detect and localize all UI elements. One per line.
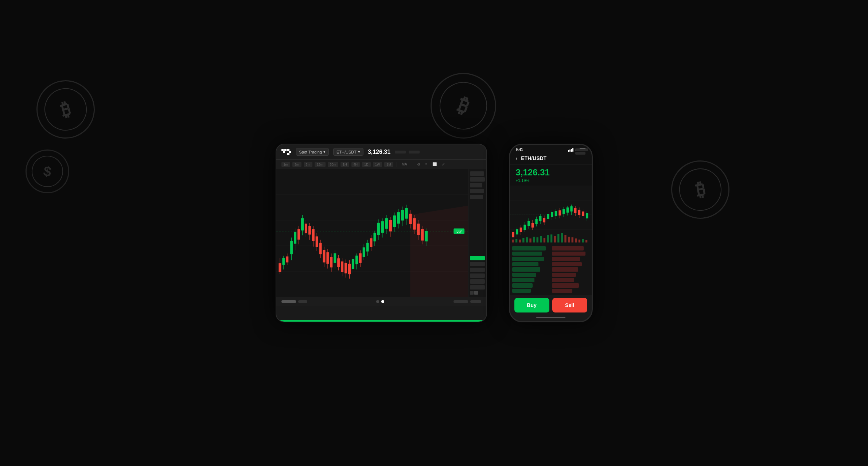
timeframe-30m[interactable]: 30m	[328, 162, 339, 167]
timeframe-1mo[interactable]: 1M	[384, 162, 393, 167]
bottom-scroll-right-2	[470, 300, 481, 303]
svg-rect-207	[585, 240, 587, 242]
svg-rect-39	[330, 257, 332, 267]
price-level-7	[470, 268, 485, 272]
svg-rect-204	[575, 238, 577, 242]
bid-row-3	[512, 257, 544, 261]
svg-rect-35	[323, 251, 325, 263]
ask-row-3	[552, 257, 580, 261]
info-bar-1	[575, 148, 588, 151]
main-scene: Spot Trading ▾ ETH/USDT ▾ 3,126.31 1m 3m	[276, 144, 593, 322]
svg-rect-201	[564, 235, 566, 242]
svg-rect-57	[363, 248, 365, 257]
fullscreen-icon[interactable]: ⤢	[440, 162, 446, 167]
timeframe-3m[interactable]: 3m	[292, 162, 301, 167]
svg-rect-174	[566, 207, 568, 213]
phone-price-display: 3,126.31	[510, 164, 592, 178]
timeframe-1d[interactable]: 1D	[362, 162, 371, 167]
tablet-chart-main: Buy	[276, 169, 468, 297]
signal-bar-2	[569, 149, 571, 152]
svg-rect-194	[540, 236, 542, 242]
svg-rect-150	[519, 228, 522, 232]
phone-header: ‹ ETH/USDT	[510, 153, 592, 164]
svg-rect-27	[308, 226, 311, 234]
timeframe-1w[interactable]: 1W	[373, 162, 382, 167]
ask-row-8	[552, 283, 579, 288]
signal-bar-1	[568, 150, 569, 152]
tablet-dots	[376, 300, 384, 303]
svg-rect-83	[413, 218, 416, 229]
svg-rect-191	[529, 238, 531, 242]
ask-row-6	[552, 273, 576, 277]
svg-rect-203	[571, 237, 573, 242]
svg-rect-65	[377, 223, 379, 235]
price-info-area	[395, 151, 481, 154]
ask-row-4	[552, 262, 582, 267]
phone-sell-button[interactable]: Sell	[552, 298, 587, 312]
chart-toggle-2[interactable]	[474, 291, 478, 295]
svg-rect-23	[301, 218, 303, 230]
scroll-item-2[interactable]	[298, 300, 307, 303]
timeframe-5m[interactable]: 5m	[304, 162, 313, 167]
svg-rect-75	[397, 213, 400, 224]
svg-rect-205	[578, 240, 580, 242]
price-level-3	[470, 183, 482, 187]
svg-rect-172	[563, 209, 565, 214]
svg-rect-192	[533, 237, 534, 242]
btc-coin-top-right: ₿	[421, 64, 506, 148]
svg-rect-189	[522, 238, 524, 242]
indicators-icon[interactable]: ⚙	[416, 162, 422, 167]
svg-rect-31	[316, 237, 318, 247]
bid-row-1	[512, 246, 546, 251]
timeframe-1m[interactable]: 1m	[281, 162, 291, 167]
screenshot-icon[interactable]: ⬜	[431, 162, 438, 167]
price-level-4	[470, 189, 484, 193]
chart-toggle-1[interactable]	[470, 291, 474, 295]
price-level-10	[470, 285, 485, 290]
timeframe-4h[interactable]: 4H	[351, 162, 360, 167]
svg-rect-195	[543, 238, 545, 242]
bid-row-5	[512, 267, 540, 272]
page-dot-2-active[interactable]	[381, 300, 384, 303]
spot-trading-dropdown[interactable]: Spot Trading ▾	[296, 148, 329, 156]
svg-rect-15	[286, 257, 288, 262]
svg-rect-19	[294, 232, 296, 244]
svg-rect-166	[551, 212, 553, 217]
scroll-item-1[interactable]	[281, 300, 296, 303]
tablet-bottom	[276, 297, 486, 306]
settings-icon[interactable]: ≡	[424, 162, 429, 167]
timeframe-15m[interactable]: 15m	[315, 162, 326, 167]
signal-bars-icon	[568, 148, 573, 152]
tablet-toolbar: 1m 3m 5m 15m 30m 1H 4H 1D 1W 1M MA ⚙ ≡ ⬜…	[276, 160, 486, 169]
svg-rect-13	[282, 258, 284, 265]
phone-info-bars	[575, 148, 588, 155]
bid-row-7	[512, 278, 535, 282]
orderbook-asks-col	[552, 246, 589, 293]
svg-rect-43	[337, 259, 339, 267]
svg-rect-193	[536, 237, 538, 242]
back-button[interactable]: ‹	[516, 155, 518, 161]
timeframe-1h[interactable]: 1H	[340, 162, 349, 167]
ask-row-5	[552, 267, 578, 272]
bid-row-6	[512, 273, 537, 277]
price-level-8	[470, 273, 485, 278]
bid-row-9	[512, 289, 531, 293]
phone-candlestick-svg	[510, 186, 592, 244]
btc-coin-top-left: ₿	[30, 74, 101, 145]
svg-rect-146	[512, 232, 514, 237]
toolbar-separator-2	[412, 162, 412, 167]
phone-buy-button[interactable]: Buy	[514, 298, 549, 312]
page-dot-1[interactable]	[376, 300, 379, 303]
bid-row-8	[512, 283, 533, 288]
current-price-display: 3,126.31	[368, 149, 390, 155]
ask-row-9	[552, 289, 573, 293]
toolbar-separator-1	[397, 162, 397, 167]
svg-rect-162	[543, 218, 545, 222]
svg-rect-37	[326, 253, 328, 264]
ma-indicator[interactable]: MA	[400, 162, 409, 167]
phone-device: 9:41 ⊙ ‹ ETH/USDT	[509, 144, 593, 322]
phone-price-change: +1.19%	[510, 178, 592, 186]
ask-row-2	[552, 252, 586, 256]
svg-rect-69	[385, 218, 388, 229]
pair-dropdown[interactable]: ETH/USDT ▾	[333, 148, 363, 156]
